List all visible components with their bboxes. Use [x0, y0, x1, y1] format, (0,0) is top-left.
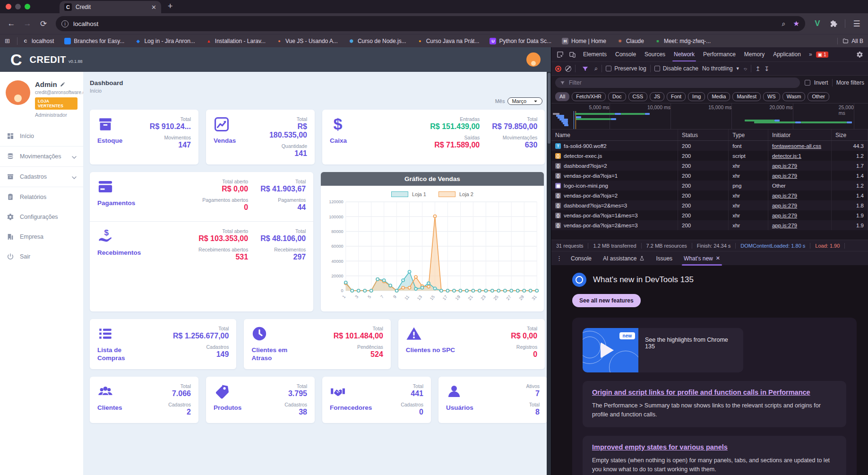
type-chip-css[interactable]: CSS — [628, 92, 648, 101]
bookmark-item[interactable]: ●Curso Java na Prát... — [417, 38, 480, 44]
devtools-tab-console[interactable]: Console — [611, 47, 640, 61]
invert-checkbox[interactable] — [805, 80, 810, 86]
type-chip-fetch-xhr[interactable]: Fetch/XHR — [572, 92, 606, 101]
network-request-row[interactable]: {}vendas-por-dia?loja=1 200xhr app.js:27… — [551, 171, 868, 181]
edit-pencil-icon[interactable] — [60, 82, 65, 87]
drawer-tab-issues[interactable]: Issues — [651, 251, 677, 266]
fornecedores-card[interactable]: Fornecedores Total 441 Cadastros 0 — [322, 377, 431, 423]
type-chip-img[interactable]: Img — [688, 92, 705, 101]
navbar-avatar[interactable] — [526, 52, 541, 67]
device-toolbar-icon[interactable] — [567, 49, 578, 60]
bookmark-item[interactable]: ⬢Curso de Node.js... — [348, 38, 406, 44]
throttling-dropdown[interactable]: No throttling▼ — [702, 65, 740, 72]
sidebar-item-empresa[interactable]: Empresa — [0, 227, 83, 247]
bookmark-item[interactable]: ▲Installation - Larav... — [206, 38, 266, 44]
network-timeline[interactable]: 5,000 ms10,000 ms15,000 ms20,000 ms25,00… — [551, 103, 868, 130]
type-chip-media[interactable]: Media — [707, 92, 730, 101]
preserve-log-checkbox[interactable]: Preserve log — [606, 65, 646, 72]
close-window-button[interactable] — [6, 4, 11, 9]
initiator-link[interactable]: app.js:279 — [772, 193, 797, 199]
produtos-card[interactable]: Produtos Total 3.795 Cadastros 38 — [206, 377, 315, 423]
initiator-link[interactable]: app.js:279 — [772, 203, 797, 208]
network-conditions-icon[interactable]: ⌔ — [744, 65, 748, 72]
url-bar[interactable]: i localhost ⌕ ★ — [56, 16, 805, 31]
record-network-log-button[interactable] — [555, 66, 561, 72]
devtools-tab-elements[interactable]: Elements — [579, 47, 611, 61]
all-bookmarks-folder[interactable]: All B — [837, 38, 863, 44]
highlight-media[interactable]: new See the highlights from Chrome 135 — [583, 328, 743, 372]
reload-button[interactable]: ⟳ — [37, 17, 50, 30]
network-request-row[interactable]: ▦logo-icon-mini.png 200png Other 1.2 — [551, 181, 868, 190]
type-chip-font[interactable]: Font — [667, 92, 686, 101]
sidebar-item-relatorios[interactable]: Relatórios — [0, 187, 83, 207]
bookmark-item[interactable]: ■Meet: mdg-zfwq-... — [654, 38, 711, 44]
initiator-link[interactable]: app.js:279 — [772, 163, 797, 169]
drawer-tab-ai-assistance[interactable]: AI assistance — [598, 251, 649, 266]
url-text[interactable]: localhost — [73, 20, 774, 27]
disable-cache-checkbox[interactable]: Disable cache — [654, 65, 698, 72]
see-all-features-button[interactable]: See all new features — [572, 294, 641, 307]
column-header-initiator[interactable]: Initiator — [768, 130, 832, 140]
legend-item[interactable]: Loja 1 — [391, 191, 426, 197]
minimize-window-button[interactable] — [15, 4, 21, 9]
close-drawer-tab-icon[interactable]: ✕ — [716, 255, 720, 261]
zoom-icon[interactable]: ⌕ — [782, 20, 786, 28]
devtools-tab-sources[interactable]: Sources — [640, 47, 670, 61]
profile-menu-icon[interactable]: ☰ — [850, 17, 863, 30]
clear-network-log-button[interactable] — [565, 66, 571, 72]
devtools-tab-application[interactable]: Application — [769, 47, 805, 61]
more-tabs-icon[interactable]: » — [806, 51, 815, 58]
clientes-spc-card[interactable]: Clientes no SPC Total R$ 0,00 Registros … — [398, 319, 545, 369]
sidebar-item-cadastros[interactable]: Cadastros — [0, 166, 83, 187]
bookmark-item[interactable]: ◆Log in - Jira Anron... — [135, 38, 195, 44]
new-tab-button[interactable]: + — [168, 1, 173, 11]
type-chip-other[interactable]: Other — [808, 92, 829, 101]
devtools-settings-gear-icon[interactable] — [854, 49, 865, 60]
type-chip-doc[interactable]: Doc — [608, 92, 626, 101]
bookmark-item[interactable]: Clocalhost — [22, 38, 54, 44]
window-controls[interactable] — [0, 4, 37, 13]
clientes-card[interactable]: Clientes Total 7.066 Cadastros 2 — [90, 377, 198, 423]
lista-compras-card[interactable]: Lista de Compras Total R$ 1.256.677,00 C… — [90, 319, 236, 369]
initiator-link[interactable]: app.js:279 — [772, 223, 797, 228]
sidebar-item-inicio[interactable]: Início — [0, 126, 83, 146]
type-chip-manifest[interactable]: Manifest — [732, 92, 761, 101]
vendas-card[interactable]: Vendas Total R$ 180.535,00 Quantidade 14… — [206, 110, 315, 164]
search-network-icon[interactable]: ⌕ — [594, 65, 598, 72]
extensions-puzzle-icon[interactable] — [827, 17, 840, 30]
play-icon[interactable] — [601, 342, 614, 358]
devtools-tab-memory[interactable]: Memory — [740, 47, 769, 61]
network-request-row[interactable]: {}vendas-por-dia?loja=1&mes=3 200xhr app… — [551, 210, 868, 220]
bookmark-item[interactable]: ●Vue JS - Usando A... — [276, 38, 338, 44]
initiator-link[interactable]: app.js:279 — [772, 173, 797, 179]
drawer-tab-what-s-new[interactable]: What's new✕ — [679, 251, 725, 266]
devtools-tab-network[interactable]: Network — [670, 47, 699, 61]
bookmark-item[interactable]: ✳Claude — [617, 38, 644, 44]
network-request-row[interactable]: {}dashboard?loja=2 200xhr app.js:279 1.7 — [551, 161, 868, 171]
clientes-atraso-card[interactable]: Clientes em Atraso Total R$ 101.484,00 P… — [244, 319, 390, 369]
sidebar-item-configuracoes[interactable]: Configurações — [0, 207, 83, 227]
back-button[interactable]: ← — [5, 17, 18, 30]
initiator-link[interactable]: detector.js:1 — [772, 153, 801, 159]
network-request-row[interactable]: {}vendas-por-dia?loja=2&mes=3 200xhr app… — [551, 220, 868, 230]
column-header-type[interactable]: Type — [729, 130, 768, 140]
video-thumbnail[interactable]: new — [583, 328, 638, 372]
estoque-card[interactable]: Estoque Total R$ 910.24... Movimentos 14… — [90, 110, 198, 164]
initiator-link[interactable]: app.js:279 — [772, 213, 797, 218]
legend-item[interactable]: Loja 2 — [438, 191, 473, 197]
type-chip-ws[interactable]: WS — [763, 92, 780, 101]
network-request-row[interactable]: {}vendas-por-dia?loja=2 200xhr app.js:27… — [551, 190, 868, 200]
filter-funnel-icon[interactable] — [579, 63, 591, 74]
bookmark-item[interactable]: UPython for Data Sc... — [490, 38, 551, 44]
drawer-menu-icon[interactable]: ⋮ — [554, 255, 564, 262]
bookmark-item[interactable]: Branches for Easy... — [64, 38, 124, 44]
more-filters-label[interactable]: More filters — [836, 79, 864, 86]
inspect-element-icon[interactable] — [554, 49, 566, 60]
pagamentos-recebimentos-card[interactable]: Pagamentos Total aberto R$ 0,00 Pagament… — [90, 172, 313, 311]
site-info-icon[interactable]: i — [61, 20, 69, 27]
column-header-name[interactable]: Name — [551, 130, 678, 140]
type-chip-all[interactable]: All — [555, 92, 569, 101]
bookmark-item[interactable]: HHome | Home — [562, 38, 606, 44]
section-heading-link[interactable]: Improved empty states for various panels — [592, 443, 837, 451]
forward-button[interactable]: → — [21, 17, 34, 30]
